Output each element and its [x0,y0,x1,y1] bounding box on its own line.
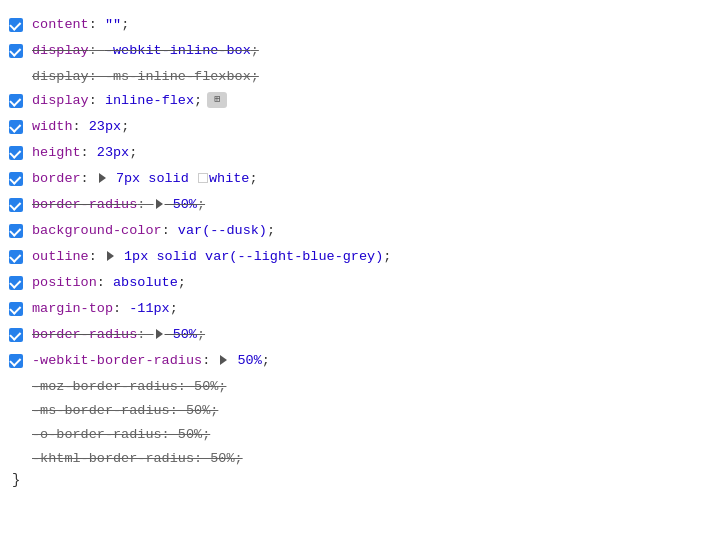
prop-name: position [32,275,97,290]
punctuation: ; [194,93,202,108]
prop-value: 7px solid [108,171,197,186]
punctuation: ; [121,17,129,32]
css-property-text: border-radius: 50%; [32,325,704,346]
property-checkbox[interactable] [9,172,23,186]
css-row-10: outline: 1px solid var(--light-blue-grey… [0,244,712,270]
prop-value: 23px [89,119,121,134]
checkbox-cell [4,302,28,316]
prop-name: display [32,43,89,58]
property-checkbox[interactable] [9,328,23,342]
prop-value: absolute [113,275,178,290]
css-row-5: width: 23px; [0,114,712,140]
punctuation-strike: : [89,43,105,58]
punctuation: : [162,223,178,238]
expand-triangle-icon[interactable] [99,173,106,183]
property-checkbox[interactable] [9,302,23,316]
prop-value: 50% [229,353,261,368]
punctuation: : [97,275,113,290]
css-property-text: position: absolute; [32,273,704,294]
punctuation: : [89,93,105,108]
punctuation: : [81,145,97,160]
css-row-2: display: -webkit-inline-box; [0,38,712,64]
punctuation: : [89,249,105,264]
property-checkbox[interactable] [9,94,23,108]
prop-name: -webkit-border-radius [32,353,202,368]
punctuation: ; [178,275,186,290]
prop-value: 50% [165,327,197,342]
css-row-9: background-color: var(--dusk); [0,218,712,244]
css-property-text: -ms-border-radius: 50%; [32,403,218,418]
css-row-1: content: ""; [0,12,712,38]
prop-value: -webkit-inline-box [105,43,251,58]
punctuation: ; [129,145,137,160]
css-row-16: -ms-border-radius: 50%; [0,398,712,422]
property-checkbox[interactable] [9,250,23,264]
css-row-7: border: 7px solid white; [0,166,712,192]
punctuation-strike: ; [197,327,205,342]
css-property-text: display: -ms-inline-flexbox; [32,69,259,84]
expand-triangle-icon[interactable] [156,329,163,339]
css-property-text: margin-top: -11px; [32,299,704,320]
css-row-3: display: -ms-inline-flexbox; [0,64,712,88]
prop-name: border-radius [32,327,137,342]
checkbox-cell [4,250,28,264]
css-row-4: display: inline-flex;⊞ [0,88,712,114]
color-swatch-white [198,173,208,183]
checkbox-cell [4,198,28,212]
css-row-8: border-radius: 50%; [0,192,712,218]
punctuation: : [113,301,129,316]
css-property-text: height: 23px; [32,143,704,164]
closing-brace-row: } [0,470,712,490]
css-property-text: border-radius: 50%; [32,195,704,216]
checkbox-cell [4,18,28,32]
prop-name: height [32,145,81,160]
css-row-15: -moz-border-radius: 50%; [0,374,712,398]
checkbox-cell [4,354,28,368]
css-property-text: border: 7px solid white; [32,169,704,190]
css-row-17: -o-border-radius: 50%; [0,422,712,446]
property-checkbox[interactable] [9,276,23,290]
property-checkbox[interactable] [9,18,23,32]
css-property-text: width: 23px; [32,117,704,138]
css-property-text: outline: 1px solid var(--light-blue-grey… [32,247,704,268]
css-property-text: -moz-border-radius: 50%; [32,379,226,394]
checkbox-cell [4,146,28,160]
css-property-text: content: ""; [32,15,704,36]
prop-name: content [32,17,89,32]
checkbox-cell [4,276,28,290]
prop-value: 50% [165,197,197,212]
punctuation: : [89,17,105,32]
css-row-12: margin-top: -11px; [0,296,712,322]
punctuation: ; [170,301,178,316]
css-property-text: -khtml-border-radius: 50%; [32,451,243,466]
property-checkbox[interactable] [9,354,23,368]
property-checkbox[interactable] [9,224,23,238]
property-checkbox[interactable] [9,146,23,160]
checkbox-cell [4,328,28,342]
punctuation-strike: ; [197,197,205,212]
css-property-text: background-color: var(--dusk); [32,221,704,242]
punctuation: ; [383,249,391,264]
expand-triangle-icon[interactable] [156,199,163,209]
display-icon-badge: ⊞ [207,92,227,108]
property-checkbox[interactable] [9,120,23,134]
property-checkbox[interactable] [9,198,23,212]
expand-triangle-icon[interactable] [107,251,114,261]
css-property-text: display: inline-flex;⊞ [32,91,704,112]
prop-name: display [32,93,89,108]
punctuation: : [73,119,89,134]
prop-value: 1px solid var(--light-blue-grey) [116,249,383,264]
checkbox-cell [4,172,28,186]
prop-name: border [32,171,81,186]
checkbox-cell [4,224,28,238]
punctuation: : [202,353,218,368]
css-row-13: border-radius: 50%; [0,322,712,348]
property-checkbox[interactable] [9,44,23,58]
css-property-text: -o-border-radius: 50%; [32,427,210,442]
css-row-6: height: 23px; [0,140,712,166]
punctuation-strike: ; [251,43,259,58]
expand-triangle-icon[interactable] [220,355,227,365]
prop-name: width [32,119,73,134]
prop-value: white [209,171,250,186]
checkbox-cell [4,120,28,134]
